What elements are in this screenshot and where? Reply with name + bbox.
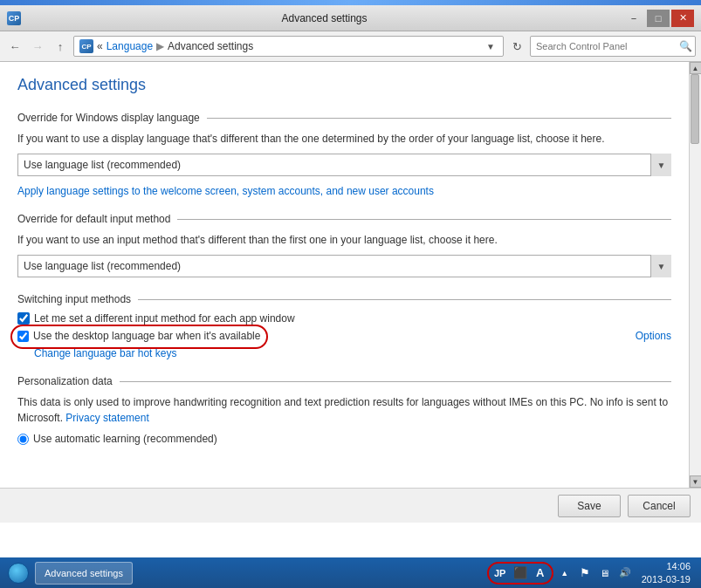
scrollbar-thumb[interactable] [691, 74, 699, 144]
options-link[interactable]: Options [636, 330, 671, 342]
section-desc-display: If you want to use a display language th… [17, 131, 671, 147]
section-title-personalization: Personalization data [17, 375, 113, 387]
section-display-language: Override for Windows display language If… [17, 112, 671, 197]
scrollbar[interactable]: ▲ ▼ [689, 62, 701, 488]
refresh-button[interactable]: ↻ [507, 37, 526, 56]
cancel-button[interactable]: Cancel [628, 495, 691, 517]
breadcrumb-icon: CP [79, 39, 93, 53]
maximize-button[interactable]: □ [647, 10, 670, 27]
section-header-input: Override for default input method [17, 213, 671, 225]
section-desc-input: If you want to use an input method that'… [17, 232, 671, 248]
page-title: Advanced settings [17, 76, 671, 94]
tray-a-icon[interactable]: A [532, 564, 549, 582]
checkbox-per-app[interactable] [17, 312, 30, 325]
input-method-dropdown[interactable]: Use language list (recommended) [17, 255, 671, 277]
start-button[interactable] [5, 561, 31, 585]
breadcrumb-sep1: « [97, 40, 103, 52]
section-divider [207, 118, 671, 119]
tray-expand-icon[interactable]: ▲ [556, 564, 574, 582]
scroll-down-button[interactable]: ▼ [690, 475, 702, 488]
content-area: Advanced settings Override for Windows d… [0, 62, 689, 488]
start-orb [8, 563, 29, 584]
section-switching: Switching input methods Let me set a dif… [17, 293, 671, 359]
forward-button[interactable]: → [28, 37, 47, 56]
tray-jp-icon[interactable]: JP [491, 564, 509, 582]
section-title-switching: Switching input methods [17, 293, 131, 305]
tray-flag-icon[interactable]: ⚑ [576, 564, 594, 582]
section-title-input: Override for default input method [17, 213, 170, 225]
breadcrumb-language[interactable]: Language [107, 40, 153, 52]
save-button[interactable]: Save [558, 495, 621, 517]
section-title-display: Override for Windows display language [17, 112, 200, 124]
address-bar: ← → ↑ CP « Language ▶ Advanced settings … [0, 31, 701, 62]
section-desc-personalization: This data is only used to improve handwr… [17, 394, 671, 426]
change-hotkeys-link[interactable]: Change language bar hot keys [34, 347, 176, 359]
display-language-dropdown-wrap: Use language list (recommended) ▼ [17, 154, 671, 176]
section-divider-4 [120, 381, 671, 382]
taskbar: Advanced settings JP ⬛ A ▲ ⚑ 🖥 🔊 1 [0, 557, 701, 588]
back-button[interactable]: ← [5, 37, 24, 56]
title-bar: CP Advanced settings − □ ✕ [0, 5, 701, 31]
section-divider-3 [138, 299, 671, 300]
checkbox-desktop-bar[interactable] [17, 331, 29, 342]
section-header-display: Override for Windows display language [17, 112, 671, 124]
clock-time: 14:06 [642, 560, 691, 572]
taskbar-item-advanced-settings[interactable]: Advanced settings [35, 562, 133, 585]
search-button[interactable]: 🔍 [676, 37, 695, 56]
taskbar-item-label: Advanced settings [45, 568, 123, 578]
search-input[interactable] [531, 37, 676, 56]
checkbox-desktop-bar-label: Use the desktop language bar when it's a… [33, 330, 260, 342]
checkbox-per-app-label: Let me set a different input method for … [34, 312, 295, 325]
input-method-dropdown-wrap: Use language list (recommended) ▼ [17, 255, 671, 277]
apply-language-link[interactable]: Apply language settings to the welcome s… [17, 185, 434, 197]
window-controls: − □ ✕ [622, 10, 694, 27]
system-tray: JP ⬛ A ▲ ⚑ 🖥 🔊 14:06 2013-03-19 [487, 560, 696, 585]
search-box: 🔍 [530, 36, 696, 57]
radio-auto-learning[interactable] [17, 434, 29, 445]
section-divider-2 [177, 219, 671, 220]
breadcrumb-current: Advanced settings [168, 40, 253, 52]
scrollbar-track[interactable] [690, 74, 701, 475]
clock-date: 2013-03-19 [642, 573, 691, 585]
tray-input-icon[interactable]: ⬛ [512, 564, 529, 582]
checkbox-row-per-app: Let me set a different input method for … [17, 312, 671, 325]
desktop-lang-bar-row: Use the desktop language bar when it's a… [17, 330, 671, 342]
breadcrumb-dropdown-button[interactable]: ▼ [484, 39, 498, 53]
bottom-bar: Save Cancel [0, 488, 701, 523]
close-button[interactable]: ✕ [671, 10, 694, 27]
display-language-dropdown[interactable]: Use language list (recommended) [17, 154, 671, 176]
section-personalization: Personalization data This data is only u… [17, 375, 671, 445]
section-header-switching: Switching input methods [17, 293, 671, 305]
breadcrumb: CP « Language ▶ Advanced settings ▼ [73, 36, 504, 57]
up-button[interactable]: ↑ [51, 37, 70, 56]
radio-row-auto-learn: Use automatic learning (recommended) [17, 433, 671, 445]
window-icon: CP [7, 11, 21, 25]
section-input-method: Override for default input method If you… [17, 213, 671, 277]
system-clock[interactable]: 14:06 2013-03-19 [636, 560, 696, 585]
window-title: Advanced settings [26, 12, 622, 24]
tray-highlight-group: JP ⬛ A [487, 562, 553, 585]
section-header-personalization: Personalization data [17, 375, 671, 387]
tray-volume-icon[interactable]: 🔊 [616, 564, 634, 582]
radio-auto-learning-label: Use automatic learning (recommended) [33, 433, 217, 445]
privacy-link[interactable]: Privacy statement [65, 412, 148, 424]
breadcrumb-arrow: ▶ [156, 40, 164, 52]
minimize-button[interactable]: − [622, 10, 645, 27]
desktop-lang-left: Use the desktop language bar when it's a… [17, 330, 260, 342]
tray-network-icon[interactable]: 🖥 [596, 564, 614, 582]
scroll-up-button[interactable]: ▲ [690, 62, 702, 74]
